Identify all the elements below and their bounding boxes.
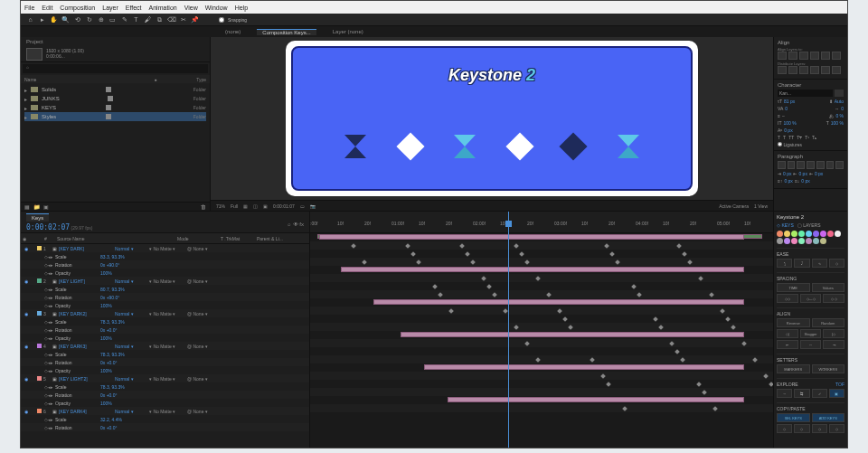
layer-row[interactable]: ◉4▣[KEY DARK3]Normal ▾▾ No Matte ▾@ None… xyxy=(21,342,309,350)
ease-btn-3[interactable]: ∿ xyxy=(812,259,827,268)
keyframe-icon[interactable] xyxy=(465,251,470,257)
keyframe-icon[interactable] xyxy=(546,292,552,297)
color-swatch[interactable] xyxy=(827,231,834,237)
timeline-timecode[interactable]: 0:00:02:07 xyxy=(26,223,70,231)
puppet-tool-icon[interactable]: 📌 xyxy=(191,15,199,24)
keyframe-icon[interactable] xyxy=(725,316,731,322)
setter-markers[interactable]: MARKERS xyxy=(777,364,810,373)
align-btn-1[interactable]: Reverse xyxy=(777,318,810,327)
align-btn-3[interactable]: ◇| xyxy=(777,329,798,338)
col-name[interactable]: Name xyxy=(24,77,150,82)
keyframe-icon[interactable] xyxy=(557,308,562,314)
camera-dropdown[interactable]: Active Camera xyxy=(719,203,749,209)
timeline-track[interactable] xyxy=(310,331,773,339)
ease-btn-1[interactable]: ⤵ xyxy=(777,259,792,268)
layer-row[interactable]: ◉3▣[KEY DARK2]Normal ▾▾ No Matte ▾@ None… xyxy=(21,309,309,317)
project-search[interactable]: ⌕ xyxy=(23,64,208,73)
tab-composition[interactable]: Composition Keys... xyxy=(257,29,316,35)
keyframe-icon[interactable] xyxy=(438,292,443,297)
menu-window[interactable]: Window xyxy=(205,5,228,11)
timeline-comp-tab[interactable]: Keys xyxy=(26,213,49,222)
color-swatch[interactable] xyxy=(798,231,805,237)
align-right-icon[interactable] xyxy=(799,52,808,60)
shy-icon[interactable]: 👁 xyxy=(293,222,298,227)
keyframe-icon[interactable] xyxy=(698,276,703,281)
spacing-btn-4[interactable]: ◇—◇ xyxy=(800,294,822,303)
align-btn-5[interactable]: |◇ xyxy=(823,329,844,338)
keyframe-icon[interactable] xyxy=(669,341,675,346)
layer-property-row[interactable]: ◇◂▸Rotation0x +0.0° xyxy=(21,423,309,431)
keyframe-icon[interactable] xyxy=(741,341,747,346)
color-swatch[interactable] xyxy=(791,238,797,244)
align-btn-4[interactable]: Stagger xyxy=(800,329,822,338)
keyframe-icon[interactable] xyxy=(622,406,627,411)
pen-tool-icon[interactable]: ✎ xyxy=(120,15,128,24)
keyframe-icon[interactable] xyxy=(535,357,541,363)
home-icon[interactable]: ⌂ xyxy=(26,15,34,24)
timeline-track[interactable] xyxy=(310,266,773,274)
space-after[interactable]: 0 px xyxy=(801,178,809,184)
viewer-stage[interactable]: Keystone 2 xyxy=(211,37,773,200)
layer-property-row[interactable]: ◇◂▸Opacity100% xyxy=(21,269,309,277)
timeline-track[interactable] xyxy=(310,380,773,388)
indent-left[interactable]: 0 px xyxy=(783,171,791,176)
brush-tool-icon[interactable]: 🖌 xyxy=(144,15,152,24)
col-parent[interactable]: Parent & Li... xyxy=(255,236,309,241)
layer-row[interactable]: ◉5▣[KEY LIGHT2]Normal ▾▾ No Matte ▾@ Non… xyxy=(21,374,309,382)
keyframe-icon[interactable] xyxy=(448,308,454,314)
keyframe-icon[interactable] xyxy=(351,243,356,249)
proj-item-solids[interactable]: ▸ Solids Folder xyxy=(24,85,206,94)
align-btn-7[interactable]: ↔ xyxy=(800,340,822,349)
layer-bar[interactable] xyxy=(448,397,744,402)
spacing-btn-2[interactable]: Values xyxy=(812,283,845,292)
layer-row[interactable]: ◉6▣[KEY DARK4]Normal ▾▾ No Matte ▾@ None… xyxy=(21,407,309,415)
timeline-track[interactable] xyxy=(310,282,773,290)
subscript-icon[interactable]: T₁ xyxy=(812,135,816,140)
layer-property-row[interactable]: ◇◂▸Scale78.3, 93.3% xyxy=(21,350,309,358)
keyframe-icon[interactable] xyxy=(524,341,530,346)
text-tool-icon[interactable]: T xyxy=(132,15,140,24)
layer-property-row[interactable]: ◇◂▸Opacity100% xyxy=(21,301,309,309)
allcaps-icon[interactable]: TT xyxy=(788,135,794,140)
tab-none[interactable]: (none) xyxy=(220,29,246,34)
indent-right[interactable]: 0 px xyxy=(815,171,823,176)
timeline-track[interactable] xyxy=(310,298,773,307)
timeline-track[interactable] xyxy=(310,241,773,250)
keyframe-icon[interactable] xyxy=(615,260,620,265)
keyframe-icon[interactable] xyxy=(432,284,438,289)
keyframe-icon[interactable] xyxy=(481,276,486,281)
bold-icon[interactable]: T xyxy=(778,135,780,140)
eraser-tool-icon[interactable]: ⌫ xyxy=(167,15,175,24)
layer-property-row[interactable]: ◇◂▸Opacity100% xyxy=(21,366,309,374)
proj-folder-icon[interactable]: 📁 xyxy=(33,203,40,210)
dist-hcenter-icon[interactable] xyxy=(821,66,830,74)
space-before[interactable]: 0 px xyxy=(784,178,792,184)
timeline-track[interactable] xyxy=(310,250,773,258)
dist-left-icon[interactable] xyxy=(810,66,819,74)
menu-effect[interactable]: Effect xyxy=(126,5,142,11)
superscript-icon[interactable]: T¹ xyxy=(805,135,809,140)
proj-item-junks[interactable]: ▸ JUNKS Folder xyxy=(24,94,206,103)
stamp-tool-icon[interactable]: ⧉ xyxy=(156,15,164,24)
hscale[interactable]: 100 % xyxy=(831,120,844,126)
keyframe-icon[interactable] xyxy=(687,260,693,265)
keyframe-icon[interactable] xyxy=(769,382,773,387)
timeline-track[interactable] xyxy=(310,347,773,355)
k2-tab-keys[interactable]: ◇ KEYS xyxy=(777,222,794,228)
resolution-dropdown[interactable]: Full xyxy=(231,203,238,209)
smallcaps-icon[interactable]: Tᴛ xyxy=(797,135,802,140)
para-justify-r-icon[interactable] xyxy=(826,161,835,169)
ease-btn-2[interactable]: ⤴ xyxy=(794,259,809,268)
dist-vcenter-icon[interactable] xyxy=(788,66,797,74)
keyframe-icon[interactable] xyxy=(470,260,476,265)
para-right-icon[interactable] xyxy=(797,161,805,169)
search-icon[interactable]: ⌕ xyxy=(288,222,291,227)
timeline-track[interactable] xyxy=(310,307,773,315)
align-left-icon[interactable] xyxy=(778,52,787,60)
proj-item-keys[interactable]: ▸ KEYS Folder xyxy=(24,103,206,112)
color-swatch[interactable] xyxy=(820,238,826,244)
para-justify-c-icon[interactable] xyxy=(816,161,825,169)
timeline-track[interactable] xyxy=(310,412,773,420)
cp-btn-4[interactable]: ◇ xyxy=(829,424,844,433)
font-dropdown[interactable]: Kan... xyxy=(778,90,833,97)
